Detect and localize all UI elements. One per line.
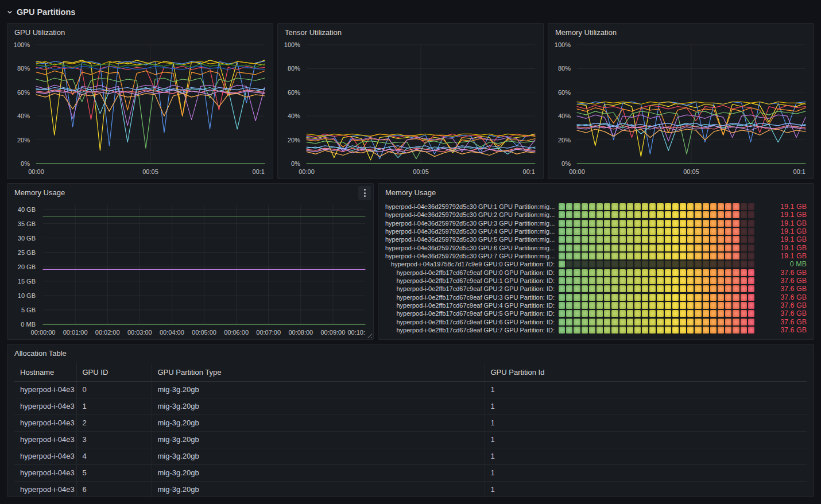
gauge-row-label: hyperpod-i-04e36d259792d5c30 GPU:7 GPU P…: [385, 253, 555, 259]
panel-title-memory-usage-bargauge[interactable]: Memory Usage: [378, 184, 814, 200]
gauge-cell: [718, 327, 724, 334]
gauge-cell: [566, 211, 572, 218]
x-axis: 00:0000:0500:1: [577, 167, 805, 175]
gauge-cell: [733, 327, 739, 334]
gauge-cell: [566, 220, 572, 227]
x-tick-label: 00:07:00: [256, 329, 281, 336]
gauge-cell: [710, 327, 717, 334]
gauge-cell: [574, 294, 580, 301]
gauge-cell: [665, 294, 671, 301]
gauge-cell: [559, 211, 565, 218]
gauge-cells: [559, 285, 754, 292]
gauge-cell: [649, 294, 656, 301]
gauge-row-value: 19.1 GB: [758, 235, 807, 243]
gauge-cell: [649, 302, 656, 309]
table-cell: mig-3g.20gb: [152, 481, 485, 497]
column-header-gpu-id[interactable]: GPU ID: [76, 363, 152, 381]
gauge-cell: [672, 302, 679, 309]
gauge-cell: [725, 203, 731, 210]
gauge-cells: [559, 310, 754, 317]
gauge-cell: [741, 294, 747, 301]
y-tick-label: 0%: [21, 161, 30, 167]
gauge-cell: [665, 245, 671, 251]
gauge-cells: [559, 302, 754, 309]
kebab-menu-icon[interactable]: [358, 186, 371, 200]
column-header-gpu-partition-id[interactable]: GPU Partition Id: [485, 363, 807, 381]
panel-memory-usage-timeseries: Memory Usage 0 MB5 GB10 GB15 GB20 GB25 G…: [7, 183, 374, 340]
gpu-utilization-plot[interactable]: [36, 45, 265, 164]
panel-title-memory-usage[interactable]: Memory Usage: [7, 184, 373, 200]
gauge-cell: [710, 277, 717, 284]
memory-usage-plot[interactable]: [43, 205, 365, 324]
panel-title-gpu-utilization[interactable]: GPU Utilization: [7, 24, 273, 40]
gauge-row-value: 0 MB: [758, 260, 807, 268]
gauge-cells: [559, 236, 754, 243]
gauge-cell: [559, 285, 565, 292]
gauge-cell: [718, 277, 724, 284]
gauge-cells: [559, 245, 754, 251]
gauge-cell: [672, 269, 679, 276]
gauge-row: hyperpod-i-0e2ffb17cd67c9eaf GPU:3 GPU P…: [385, 294, 807, 301]
gauge-cell: [582, 253, 588, 259]
gauge-cell: [589, 294, 595, 301]
gauge-cells: [559, 269, 754, 276]
table-cell: hyperpod-i-04e3: [14, 381, 76, 398]
gauge-cell: [748, 294, 754, 301]
gauge-cell: [619, 228, 626, 235]
gauge-cell: [597, 310, 603, 317]
gauge-cell: [657, 261, 663, 267]
gauge-cell: [627, 211, 633, 218]
memory-utilization-plot[interactable]: [577, 45, 805, 164]
gauge-cell: [642, 203, 648, 210]
x-tick-label: 00:02:00: [95, 329, 120, 336]
y-tick-label: 100%: [555, 42, 571, 48]
gauge-cell: [695, 302, 701, 309]
gauge-cell: [649, 285, 656, 292]
gauge-cell: [748, 220, 754, 227]
gauge-cell: [680, 228, 686, 235]
panel-row-2: Memory Usage 0 MB5 GB10 GB15 GB20 GB25 G…: [7, 183, 814, 340]
gauge-cell: [574, 245, 580, 251]
panel-title-allocation-table[interactable]: Allocation Table: [7, 344, 814, 361]
gauge-cell: [680, 319, 686, 325]
gauge-cell: [566, 203, 572, 210]
gauge-cell: [642, 269, 648, 276]
gauge-cells: [559, 228, 754, 235]
gauge-cell: [741, 261, 747, 267]
table-cell: 5: [76, 464, 152, 481]
gauge-cell: [725, 220, 731, 227]
column-header-gpu-partition-type[interactable]: GPU Partition Type: [152, 363, 485, 381]
x-tick-label: 00:00: [299, 169, 315, 175]
gauge-row-value: 19.1 GB: [758, 227, 807, 235]
panel-title-memory-utilization[interactable]: Memory Utilization: [548, 24, 814, 40]
table-row: hyperpod-i-04e32mig-3g.20gb1: [14, 414, 807, 431]
gauge-cell: [642, 302, 648, 309]
gauge-cell: [741, 245, 747, 251]
panel-title-text: Tensor Utilization: [285, 28, 342, 37]
panel-memory-usage-bargauge: Memory Usage hyperpod-i-04e36d259792d5c3…: [378, 183, 814, 340]
gauge-cell: [680, 327, 686, 334]
gauge-cell: [665, 302, 671, 309]
gauge-cell: [733, 277, 739, 284]
gauge-cell: [665, 327, 671, 334]
tensor-utilization-plot[interactable]: [307, 45, 535, 164]
panel-title-tensor-utilization[interactable]: Tensor Utilization: [278, 24, 543, 40]
gauge-cell: [748, 253, 754, 259]
column-header-hostname[interactable]: Hostname: [14, 363, 76, 381]
gauge-cell: [619, 302, 626, 309]
gauge-cell: [597, 319, 603, 325]
gauge-row-label: hyperpod-i-0e2ffb17cd67c9eaf GPU:7 GPU P…: [385, 327, 555, 334]
y-axis: 0%20%40%60%80%100%: [554, 45, 574, 164]
gauge-cell: [725, 327, 731, 334]
gauge-cell: [649, 261, 656, 267]
gauge-cell: [582, 319, 588, 325]
gauge-cell: [741, 327, 747, 334]
x-axis: 00:0000:0500:1: [307, 167, 535, 175]
section-row-gpu-partitions[interactable]: GPU Partitions: [6, 5, 821, 19]
panel-resize-handle[interactable]: [366, 332, 372, 338]
panel-title-text: Memory Usage: [14, 188, 65, 197]
x-tick-label: 00:06:00: [224, 329, 249, 336]
gauge-cell: [619, 319, 626, 325]
gauge-cells: [559, 261, 754, 267]
gauge-row-label: hyperpod-i-04a19758c7d17c9e9 GPU:0 GPU P…: [385, 261, 555, 267]
